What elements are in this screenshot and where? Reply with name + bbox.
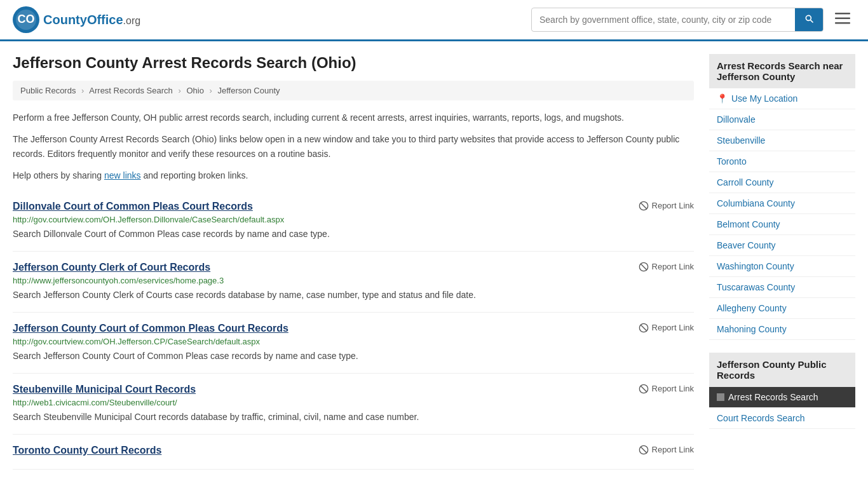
nearby-link[interactable]: Toronto (709, 151, 855, 172)
nearby-link[interactable]: Washington County (709, 256, 855, 276)
nearby-link[interactable]: Dillonvale (709, 109, 855, 130)
nearby-link-item: Washington County (709, 256, 855, 277)
nearby-section: Arrest Records Search near Jefferson Cou… (709, 54, 855, 340)
result-desc: Search Jefferson County Clerk of Courts … (13, 288, 694, 302)
public-record-link-item: Court Records Search (709, 408, 855, 429)
result-desc: Search Dillonvale Court of Common Pleas … (13, 227, 694, 241)
logo-text: CountyOffice.org (43, 13, 140, 27)
public-records-links-list: Arrest Records Search Court Records Sear… (709, 387, 855, 429)
nearby-link[interactable]: Carroll County (709, 172, 855, 193)
site-header: CO CountyOffice.org (0, 0, 868, 41)
result-desc: Search Jefferson County Court of Common … (13, 349, 694, 363)
nearby-link-item: Toronto (709, 151, 855, 172)
result-header: Jefferson County Court of Common Pleas C… (13, 323, 694, 334)
public-records-header: Jefferson County Public Records (709, 353, 855, 387)
result-url[interactable]: http://gov.courtview.com/OH.Jefferson.Di… (13, 215, 694, 224)
header-right (531, 8, 855, 32)
report-link[interactable]: Report Link (639, 323, 694, 333)
svg-line-7 (641, 203, 646, 208)
nearby-link[interactable]: Belmont County (709, 214, 855, 234)
svg-rect-4 (835, 18, 850, 20)
result-title[interactable]: Jefferson County Clerk of Court Records (13, 262, 210, 273)
breadcrumb-public-records[interactable]: Public Records (20, 86, 76, 95)
logo-icon: CO (13, 6, 39, 33)
result-item: Toronto County Court Records Report Link (13, 435, 694, 470)
result-url[interactable]: http://www.jeffersoncountyoh.com/eservic… (13, 276, 694, 285)
report-link[interactable]: Report Link (639, 262, 694, 272)
nearby-link[interactable]: Tuscarawas County (709, 277, 855, 297)
active-record-link[interactable]: Arrest Records Search (709, 387, 855, 407)
description-1: Perform a free Jefferson County, OH publ… (13, 111, 694, 125)
result-header: Steubenville Municipal Court Records Rep… (13, 384, 694, 395)
pin-icon: 📍 (717, 93, 728, 104)
result-item: Jefferson County Court of Common Pleas C… (13, 313, 694, 374)
svg-rect-3 (835, 13, 850, 15)
new-links-link[interactable]: new links (104, 170, 141, 180)
nearby-link-item: Carroll County (709, 172, 855, 193)
nearby-link[interactable]: Steubenville (709, 130, 855, 151)
breadcrumb: Public Records › Arrest Records Search ›… (13, 81, 694, 100)
search-bar (531, 8, 824, 32)
result-desc: Search Steubenville Municipal Court reco… (13, 410, 694, 424)
nearby-link-item: Dillonvale (709, 109, 855, 130)
svg-line-15 (641, 447, 646, 452)
svg-line-13 (641, 386, 646, 391)
report-link[interactable]: Report Link (639, 201, 694, 211)
result-item: Dillonvale Court of Common Pleas Court R… (13, 191, 694, 252)
result-title[interactable]: Dillonvale Court of Common Pleas Court R… (13, 201, 253, 212)
menu-button[interactable] (830, 9, 855, 30)
breadcrumb-jefferson-county[interactable]: Jefferson County (217, 86, 280, 95)
results-container: Dillonvale Court of Common Pleas Court R… (13, 191, 694, 470)
nearby-link-item: Allegheny County (709, 298, 855, 319)
svg-rect-5 (835, 22, 850, 24)
page-title: Jefferson County Arrest Records Search (… (13, 54, 694, 72)
public-records-section: Jefferson County Public Records Arrest R… (709, 353, 855, 429)
result-title[interactable]: Toronto County Court Records (13, 445, 161, 456)
svg-line-9 (641, 264, 646, 269)
logo-area: CO CountyOffice.org (13, 6, 140, 33)
svg-text:CO: CO (18, 13, 35, 25)
nearby-link[interactable]: Allegheny County (709, 298, 855, 318)
nearby-link-item: Belmont County (709, 214, 855, 235)
description-2: The Jefferson County Arrest Records Sear… (13, 132, 694, 161)
result-item: Jefferson County Clerk of Court Records … (13, 252, 694, 313)
public-record-link[interactable]: Court Records Search (709, 408, 855, 428)
result-url[interactable]: http://web1.civicacmi.com/Steubenville/c… (13, 398, 694, 407)
search-input[interactable] (532, 10, 795, 30)
page-container: Jefferson County Arrest Records Search (… (0, 41, 868, 482)
use-location-label: Use My Location (731, 93, 797, 104)
nearby-link-item: Tuscarawas County (709, 277, 855, 298)
main-content: Jefferson County Arrest Records Search (… (13, 54, 694, 470)
result-header: Dillonvale Court of Common Pleas Court R… (13, 201, 694, 212)
svg-line-11 (641, 325, 646, 330)
nearby-link-item: Steubenville (709, 130, 855, 151)
breadcrumb-ohio[interactable]: Ohio (186, 86, 203, 95)
result-title[interactable]: Jefferson County Court of Common Pleas C… (13, 323, 288, 334)
description-3: Help others by sharing new links and rep… (13, 168, 694, 182)
breadcrumb-arrest-records[interactable]: Arrest Records Search (89, 86, 173, 95)
search-button[interactable] (795, 8, 823, 31)
nearby-link-item: Beaver County (709, 235, 855, 256)
nearby-link[interactable]: Columbiana County (709, 193, 855, 214)
report-link[interactable]: Report Link (639, 445, 694, 455)
nearby-link[interactable]: Beaver County (709, 235, 855, 255)
active-icon (717, 393, 724, 401)
sidebar: Arrest Records Search near Jefferson Cou… (709, 54, 855, 470)
report-link[interactable]: Report Link (639, 384, 694, 394)
result-item: Steubenville Municipal Court Records Rep… (13, 374, 694, 435)
nearby-link-item: Mahoning County (709, 319, 855, 340)
result-header: Jefferson County Clerk of Court Records … (13, 262, 694, 273)
nearby-links-list: DillonvaleSteubenvilleTorontoCarroll Cou… (709, 109, 855, 340)
result-url[interactable]: http://gov.courtview.com/OH.Jefferson.CP… (13, 337, 694, 346)
result-title[interactable]: Steubenville Municipal Court Records (13, 384, 196, 395)
use-location-link[interactable]: 📍 Use My Location (709, 88, 855, 109)
result-header: Toronto County Court Records Report Link (13, 445, 694, 456)
nearby-header: Arrest Records Search near Jefferson Cou… (709, 54, 855, 88)
nearby-link[interactable]: Mahoning County (709, 319, 855, 339)
public-record-link-item: Arrest Records Search (709, 387, 855, 408)
nearby-link-item: Columbiana County (709, 193, 855, 214)
